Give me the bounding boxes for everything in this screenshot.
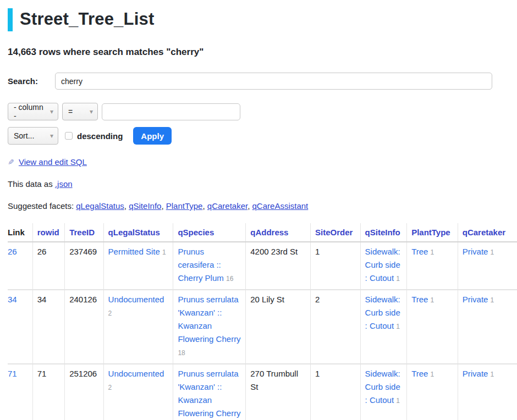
column-header-qSpecies: qSpecies [173, 223, 246, 242]
facet-count: 1 [431, 248, 435, 256]
column-header-link-SiteOrder[interactable]: SiteOrder [315, 228, 353, 237]
descending-label: descending [77, 131, 123, 141]
site_info-link[interactable]: Sidewalk: Curb side : Cutout [365, 295, 400, 330]
apply-button[interactable]: Apply [133, 127, 172, 145]
cell-treeid: 251206 [65, 364, 103, 420]
cell-site_info: Sidewalk: Curb side : Cutout 1 [360, 364, 407, 420]
operator-select[interactable]: = ▾ [62, 103, 98, 120]
facet-count: 1 [396, 323, 400, 330]
sql-line: ✎ View and edit SQL [8, 157, 517, 167]
facet-count: 16 [226, 275, 233, 283]
caretaker-link[interactable]: Private [463, 247, 488, 256]
cell-plant_type: Tree 1 [407, 290, 458, 364]
cell-species: Prunus serrulata 'Kwanzan' :: Kwanzan Fl… [173, 364, 246, 420]
row-link[interactable]: 71 [8, 369, 17, 378]
search-input[interactable] [55, 73, 492, 90]
column-header-link-qSpecies[interactable]: qSpecies [178, 228, 214, 237]
species-link[interactable]: Prunus serrulata 'Kwanzan' :: Kwanzan Fl… [178, 295, 240, 344]
column-header-link-TreeID[interactable]: TreeID [69, 228, 95, 237]
cell-treeid: 240126 [65, 290, 103, 364]
site_info-link[interactable]: Sidewalk: Curb side : Cutout [365, 247, 400, 283]
legal_status-link[interactable]: Undocumented [108, 369, 164, 378]
column-header-link-PlantType[interactable]: PlantType [411, 228, 450, 237]
column-header-link-qCaretaker[interactable]: qCaretaker [463, 228, 505, 237]
plant_type-link[interactable]: Tree [411, 247, 428, 256]
column-header-link-rowid[interactable]: rowid [37, 228, 59, 237]
facet-count: 1 [431, 296, 435, 304]
facet-count: 1 [491, 248, 494, 256]
row-count-summary: 14,663 rows where search matches "cherry… [8, 47, 517, 58]
filter-row: - column - ▾ = ▾ [8, 103, 517, 120]
facet-link-qCareAssistant[interactable]: qCareAssistant [252, 201, 309, 211]
export-line: This data as .json [8, 179, 517, 189]
column-header-qAddress: qAddress [246, 223, 311, 242]
column-header-SiteOrder: SiteOrder [311, 223, 361, 242]
species-link[interactable]: Prunus serrulata 'Kwanzan' :: Kwanzan Fl… [178, 369, 240, 418]
search-form: Search: [8, 73, 517, 90]
cell-legal_status: Undocumented 2 [103, 290, 173, 364]
column-header-link-qLegalStatus[interactable]: qLegalStatus [108, 228, 160, 237]
cell-caretaker: Private 1 [458, 364, 517, 420]
facet-link-qSiteInfo[interactable]: qSiteInfo [129, 201, 161, 211]
descending-checkbox[interactable] [65, 132, 73, 140]
facet-link-PlantType[interactable]: PlantType [166, 201, 203, 211]
table-header-row: LinkrowidTreeIDqLegalStatusqSpeciesqAddr… [8, 223, 517, 242]
facet-count: 1 [396, 275, 400, 283]
cell-address: 20 Lily St [246, 290, 311, 364]
facet-count: 1 [491, 371, 494, 378]
sort-select[interactable]: Sort... ▾ [8, 127, 58, 145]
page-header: Street_Tree_List [8, 8, 517, 31]
facet-count: 18 [178, 349, 185, 357]
cell-rowid: 71 [32, 364, 64, 420]
plant_type-link[interactable]: Tree [411, 369, 428, 378]
cell-treeid: 237469 [65, 242, 103, 290]
legal_status-link[interactable]: Permitted Site [108, 247, 160, 256]
cell-site_order: 1 [311, 364, 361, 420]
column-header-link-qAddress[interactable]: qAddress [250, 228, 288, 237]
caretaker-link[interactable]: Private [463, 295, 488, 304]
chevron-down-icon: ▾ [47, 108, 53, 115]
column-header-rowid: rowid [32, 223, 64, 242]
column-header-link-qSiteInfo[interactable]: qSiteInfo [365, 228, 400, 237]
facet-count: 1 [431, 371, 435, 378]
cell-address: 270 Trumbull St [246, 364, 311, 420]
cell-species: Prunus cerasifera :: Cherry Plum 16 [173, 242, 246, 290]
cell-link: 71 [8, 364, 32, 420]
column-header-qLegalStatus: qLegalStatus [103, 223, 173, 242]
facets-line: Suggested facets: qLegalStatus, qSiteInf… [8, 201, 517, 211]
caretaker-link[interactable]: Private [463, 369, 488, 378]
column-select-value: - column - [14, 103, 47, 120]
site_info-link[interactable]: Sidewalk: Curb side : Cutout [365, 369, 400, 405]
plant_type-link[interactable]: Tree [411, 295, 428, 304]
cell-address: 4200 23rd St [246, 242, 311, 290]
facets-label: Suggested facets: [8, 201, 74, 211]
data-as-label: This data as [8, 179, 53, 189]
cell-site_info: Sidewalk: Curb side : Cutout 1 [360, 290, 407, 364]
cell-site_order: 2 [311, 290, 361, 364]
row-link[interactable]: 34 [8, 295, 17, 304]
facet-count: 2 [108, 310, 112, 317]
sort-row: Sort... ▾ descending Apply [8, 127, 517, 145]
cell-rowid: 26 [32, 242, 64, 290]
column-header-qCaretaker: qCaretaker [458, 223, 517, 242]
cell-link: 34 [8, 290, 32, 364]
chevron-down-icon: ▾ [47, 132, 53, 140]
json-link[interactable]: .json [55, 179, 73, 189]
operator-select-value: = [68, 107, 73, 116]
row-link[interactable]: 26 [8, 247, 17, 256]
table-row: 2626237469Permitted Site 1Prunus cerasif… [8, 242, 517, 290]
table-row: 7171251206Undocumented 2Prunus serrulata… [8, 364, 517, 420]
facet-count: 1 [491, 296, 494, 304]
facet-link-qLegalStatus[interactable]: qLegalStatus [76, 201, 124, 211]
legal_status-link[interactable]: Undocumented [108, 295, 164, 304]
table-row: 3434240126Undocumented 2Prunus serrulata… [8, 290, 517, 364]
cell-caretaker: Private 1 [458, 242, 517, 290]
column-select[interactable]: - column - ▾ [8, 103, 58, 120]
view-edit-sql-link[interactable]: View and edit SQL [19, 157, 87, 167]
facet-link-qCaretaker[interactable]: qCaretaker [207, 201, 248, 211]
column-header-TreeID: TreeID [65, 223, 103, 242]
species-link[interactable]: Prunus cerasifera :: Cherry Plum [178, 247, 223, 283]
facet-count: 1 [162, 248, 166, 256]
facet-count: 1 [396, 397, 400, 405]
filter-value-input[interactable] [102, 103, 240, 120]
